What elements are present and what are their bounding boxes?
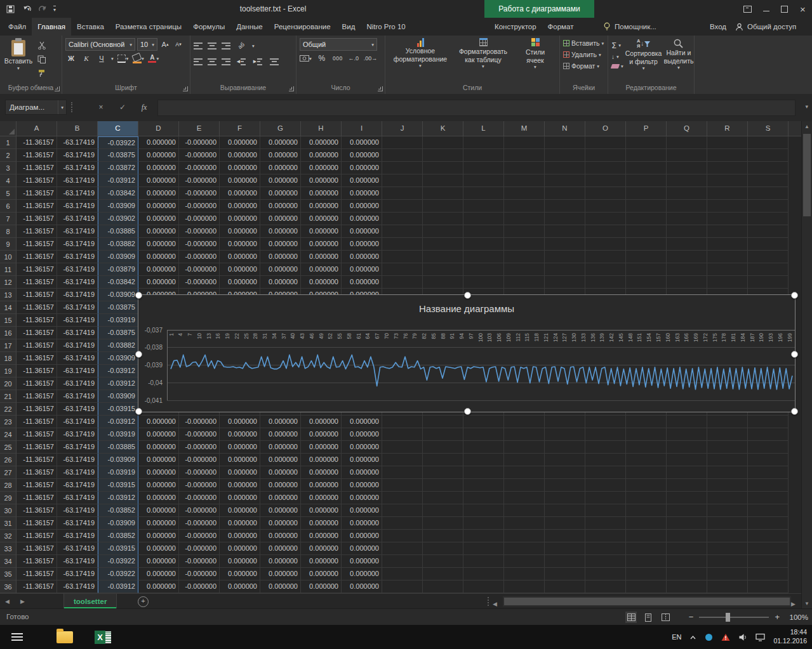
cell-Q3[interactable] bbox=[667, 162, 707, 174]
cell-N25[interactable] bbox=[545, 441, 585, 454]
cell-B24[interactable]: -63.17419 bbox=[57, 428, 98, 441]
cell-C14[interactable]: -0.03875 bbox=[98, 301, 138, 314]
cell-F12[interactable]: 0.000000 bbox=[220, 276, 260, 289]
paste-button[interactable]: Вставить ▾ bbox=[3, 38, 34, 82]
cell-H24[interactable]: 0.000000 bbox=[301, 428, 342, 441]
cell-F24[interactable]: 0.000000 bbox=[220, 428, 260, 441]
cell-I11[interactable]: 0.000000 bbox=[342, 263, 382, 276]
cell-N34[interactable] bbox=[545, 555, 585, 568]
cell-J1[interactable] bbox=[382, 136, 423, 149]
zoom-slider[interactable] bbox=[699, 617, 769, 618]
orientation-caret-icon[interactable]: ▾ bbox=[252, 43, 255, 49]
cell-N9[interactable] bbox=[545, 238, 585, 251]
cell-R4[interactable] bbox=[707, 174, 748, 187]
cell-A6[interactable]: -11.36157 bbox=[17, 200, 57, 213]
cell-M31[interactable] bbox=[504, 517, 545, 530]
row-header-34[interactable]: 34 bbox=[0, 555, 17, 568]
cell-R33[interactable] bbox=[707, 542, 748, 555]
cell-C12[interactable]: -0.03842 bbox=[98, 276, 138, 289]
cell-H32[interactable]: 0.000000 bbox=[301, 530, 342, 542]
cell-S35[interactable] bbox=[748, 568, 789, 580]
cell-J34[interactable] bbox=[382, 555, 423, 568]
cell-N7[interactable] bbox=[545, 213, 585, 225]
cell-S26[interactable] bbox=[748, 454, 789, 466]
cell-M3[interactable] bbox=[504, 162, 545, 174]
cell-I3[interactable]: 0.000000 bbox=[342, 162, 382, 174]
cell-E1[interactable]: -0.000000 bbox=[179, 136, 220, 149]
tab-Данные[interactable]: Данные bbox=[230, 18, 269, 36]
cell-I31[interactable]: 0.000000 bbox=[342, 517, 382, 530]
decrease-decimal-icon[interactable]: .00→ bbox=[364, 53, 378, 64]
select-all-corner[interactable] bbox=[0, 121, 17, 136]
cell-N32[interactable] bbox=[545, 530, 585, 542]
cell-G31[interactable]: 0.000000 bbox=[260, 517, 301, 530]
cell-O29[interactable] bbox=[585, 492, 626, 504]
row-header-13[interactable]: 13 bbox=[0, 289, 17, 301]
column-header-M[interactable]: M bbox=[504, 121, 545, 136]
cell-G32[interactable]: 0.000000 bbox=[260, 530, 301, 542]
cell-K30[interactable] bbox=[423, 504, 463, 517]
cell-G35[interactable]: 0.000000 bbox=[260, 568, 301, 580]
cell-H28[interactable]: 0.000000 bbox=[301, 479, 342, 492]
cell-M8[interactable] bbox=[504, 225, 545, 238]
cell-B9[interactable]: -63.17419 bbox=[57, 238, 98, 251]
cell-C33[interactable]: -0.03915 bbox=[98, 542, 138, 555]
cell-M12[interactable] bbox=[504, 276, 545, 289]
cell-P33[interactable] bbox=[626, 542, 667, 555]
column-header-N[interactable]: N bbox=[545, 121, 585, 136]
cell-H29[interactable]: 0.000000 bbox=[301, 492, 342, 504]
cell-N1[interactable] bbox=[545, 136, 585, 149]
cell-B2[interactable]: -63.17419 bbox=[57, 149, 98, 162]
cell-P6[interactable] bbox=[626, 200, 667, 213]
italic-button[interactable]: К bbox=[81, 53, 92, 64]
row-header-16[interactable]: 16 bbox=[0, 327, 17, 339]
chart-handle-mid-left[interactable] bbox=[135, 351, 142, 358]
cell-A14[interactable]: -11.36157 bbox=[17, 301, 57, 314]
cell-S10[interactable] bbox=[748, 251, 789, 263]
font-size-combo[interactable]: 10▾ bbox=[137, 38, 157, 51]
percent-style-icon[interactable]: % bbox=[316, 53, 328, 64]
cell-M28[interactable] bbox=[504, 479, 545, 492]
cell-G2[interactable]: 0.000000 bbox=[260, 149, 301, 162]
cell-P26[interactable] bbox=[626, 454, 667, 466]
cell-S7[interactable] bbox=[748, 213, 789, 225]
cell-L10[interactable] bbox=[463, 251, 504, 263]
cell-G11[interactable]: 0.000000 bbox=[260, 263, 301, 276]
find-select-button[interactable]: Найти и выделить ▾ bbox=[663, 38, 693, 82]
underline-caret-icon[interactable]: ▾ bbox=[111, 56, 114, 62]
cell-E24[interactable]: -0.000000 bbox=[179, 428, 220, 441]
cell-D23[interactable]: 0.000000 bbox=[138, 416, 179, 428]
cell-S9[interactable] bbox=[748, 238, 789, 251]
cell-A27[interactable]: -11.36157 bbox=[17, 466, 57, 479]
cell-A3[interactable]: -11.36157 bbox=[17, 162, 57, 174]
cell-M27[interactable] bbox=[504, 466, 545, 479]
cell-A10[interactable]: -11.36157 bbox=[17, 251, 57, 263]
cell-E27[interactable]: -0.000000 bbox=[179, 466, 220, 479]
insert-function-icon[interactable]: fx bbox=[136, 100, 152, 115]
cell-F36[interactable]: 0.000000 bbox=[220, 580, 260, 593]
cell-P12[interactable] bbox=[626, 276, 667, 289]
explorer-button[interactable] bbox=[55, 625, 75, 649]
chart-handle-mid-right[interactable] bbox=[791, 351, 798, 358]
taskbar-clock[interactable]: 18:44 01.12.2016 bbox=[773, 628, 807, 645]
cell-F4[interactable]: 0.000000 bbox=[220, 174, 260, 187]
cell-D25[interactable]: 0.000000 bbox=[138, 441, 179, 454]
cell-I35[interactable]: 0.000000 bbox=[342, 568, 382, 580]
cell-D7[interactable]: 0.000000 bbox=[138, 213, 179, 225]
cell-B36[interactable]: -63.17419 bbox=[57, 580, 98, 593]
cell-C10[interactable]: -0.03909 bbox=[98, 251, 138, 263]
cell-K36[interactable] bbox=[423, 580, 463, 593]
cell-R12[interactable] bbox=[707, 276, 748, 289]
cell-J30[interactable] bbox=[382, 504, 423, 517]
cell-F34[interactable]: 0.000000 bbox=[220, 555, 260, 568]
cell-K9[interactable] bbox=[423, 238, 463, 251]
cell-C32[interactable]: -0.03852 bbox=[98, 530, 138, 542]
cell-K23[interactable] bbox=[423, 416, 463, 428]
minimize-icon[interactable] bbox=[757, 0, 775, 18]
cell-E26[interactable]: -0.000000 bbox=[179, 454, 220, 466]
cell-P4[interactable] bbox=[626, 174, 667, 187]
cell-N3[interactable] bbox=[545, 162, 585, 174]
row-header-18[interactable]: 18 bbox=[0, 352, 17, 365]
cell-I10[interactable]: 0.000000 bbox=[342, 251, 382, 263]
horizontal-scrollbar[interactable] bbox=[503, 596, 791, 606]
